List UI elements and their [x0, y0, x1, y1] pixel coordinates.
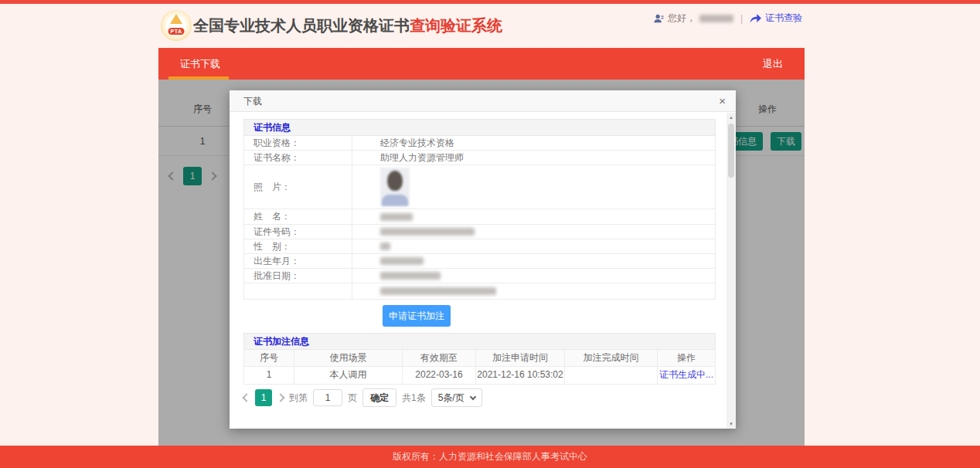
content-area: 序号 操作 1 证书信息 下载 1 下载 × — [158, 80, 805, 446]
redacted-value — [380, 213, 413, 221]
chevron-down-icon — [469, 393, 475, 399]
field-label: 出生年月： — [244, 254, 352, 268]
field-label: 姓 名： — [244, 209, 352, 224]
next-page-icon[interactable] — [276, 393, 284, 402]
annotation-header-row: 序号 使用场景 有效期至 加注申请时间 加注完成时间 操作 — [244, 350, 715, 367]
copyright-text: 版权所有：人力资源和社会保障部人事考试中心 — [393, 451, 587, 462]
annotation-pagination: 1 到第 页 确定 共1条 5条/页 — [243, 388, 716, 407]
user-bar: 您好， | 证书查验 — [653, 12, 802, 25]
brand: PTA 全国专业技术人员职业资格证书查询验证系统 — [161, 10, 502, 41]
annotation-table: 序号 使用场景 有效期至 加注申请时间 加注完成时间 操作 1 本人调用 202… — [243, 350, 716, 385]
cert-info-section-title: 证书信息 — [243, 119, 716, 136]
page-size-value: 5条/页 — [438, 392, 464, 405]
modal-body: 证书信息 职业资格： 经济专业技术资格 证书名称： 助理人力资源管理师 照 片： — [230, 113, 726, 429]
field-value — [352, 254, 715, 268]
field-value — [352, 239, 715, 253]
nav-bar: 证书下载 退出 — [158, 48, 805, 80]
annotation-data-row: 1 本人调用 2022-03-16 2021-12-16 10:53:02 证书… — [244, 367, 715, 384]
field-value: 助理人力资源管理师 — [352, 151, 715, 164]
col-apply-time: 加注申请时间 — [476, 350, 565, 366]
apply-annotation-button[interactable]: 申请证书加注 — [383, 305, 451, 327]
modal-header: 下载 × — [230, 90, 736, 112]
field-row-birth-date: 出生年月： — [244, 254, 715, 269]
scroll-up-icon[interactable]: ▲ — [726, 115, 736, 120]
redacted-value — [380, 287, 496, 295]
page-number-button[interactable]: 1 — [255, 389, 272, 406]
site-header: PTA 全国专业技术人员职业资格证书查询验证系统 您好， | 证书查验 — [158, 4, 805, 48]
logout-button[interactable]: 退出 — [763, 48, 783, 80]
logo-text: PTA — [168, 28, 185, 35]
page-input[interactable] — [313, 389, 342, 406]
cell-complete-time — [565, 367, 658, 384]
prev-page-icon[interactable] — [242, 393, 250, 402]
col-action: 操作 — [658, 350, 715, 366]
total-count-label: 共1条 — [402, 392, 426, 405]
field-label: 批准日期： — [244, 269, 352, 283]
apply-button-area: 申请证书加注 — [243, 300, 716, 333]
col-scene: 使用场景 — [294, 350, 403, 366]
cert-check-link[interactable]: 证书查验 — [765, 12, 802, 25]
field-row-photo: 照 片： — [244, 165, 715, 209]
certificate-photo — [380, 168, 410, 206]
logo-petal-icon — [170, 14, 182, 24]
download-modal: 下载 × 证书信息 职业资格： 经济专业技术资格 证书名称： 助理人力资源管理师 — [230, 90, 736, 429]
tab-cert-download[interactable]: 证书下载 — [180, 48, 220, 80]
cert-generating-link[interactable]: 证书生成中... — [658, 367, 715, 384]
field-row-gender: 性 别： — [244, 239, 715, 254]
field-label: 性 别： — [244, 239, 352, 253]
field-value — [352, 209, 715, 224]
cell-apply-time: 2021-12-16 10:53:02 — [476, 367, 565, 384]
field-label: 证件号码： — [244, 225, 352, 239]
field-row-approval-date: 批准日期： — [244, 269, 715, 283]
pta-logo-icon: PTA — [161, 10, 192, 41]
site-title-main: 全国专业技术人员职业资格证书 — [193, 17, 410, 34]
field-row-name: 姓 名： — [244, 209, 715, 225]
field-value — [352, 269, 715, 283]
modal-scrollbar[interactable]: ▲ ▼ — [726, 113, 736, 429]
site-title: 全国专业技术人员职业资格证书查询验证系统 — [193, 15, 502, 36]
field-value: 经济专业技术资格 — [352, 136, 715, 150]
masked-username — [699, 15, 733, 22]
redacted-value — [380, 242, 390, 250]
field-label: 照 片： — [244, 165, 352, 209]
scroll-down-icon[interactable]: ▼ — [726, 422, 736, 426]
goto-label: 到第 — [289, 392, 308, 405]
redacted-value — [380, 257, 424, 265]
field-row-id-number: 证件号码： — [244, 225, 715, 239]
separator: | — [740, 13, 743, 24]
page: PTA 全国专业技术人员职业资格证书查询验证系统 您好， | 证书查验 证书下载… — [0, 0, 980, 468]
col-complete-time: 加注完成时间 — [565, 350, 658, 366]
cell-valid-until: 2022-03-16 — [403, 367, 476, 384]
site-title-accent: 查询验证系统 — [410, 17, 502, 34]
field-value — [352, 283, 715, 299]
cert-info-table: 职业资格： 经济专业技术资格 证书名称： 助理人力资源管理师 照 片： — [243, 136, 716, 300]
field-value — [352, 165, 715, 209]
photo-shoulders-shape — [382, 195, 408, 206]
page-unit-label: 页 — [348, 392, 357, 405]
modal-title: 下载 — [230, 90, 736, 112]
annotation-section-title: 证书加注信息 — [243, 333, 716, 350]
scrollbar-thumb[interactable] — [728, 124, 734, 178]
field-label — [244, 283, 352, 299]
page-size-select[interactable]: 5条/页 — [431, 388, 482, 407]
redacted-value — [380, 272, 441, 280]
redacted-value — [380, 228, 475, 236]
footer: 版权所有：人力资源和社会保障部人事考试中心 — [0, 446, 980, 468]
greeting-text: 您好， — [668, 12, 696, 25]
field-row-extra — [244, 283, 715, 299]
confirm-button[interactable]: 确定 — [362, 388, 396, 407]
share-arrow-icon — [750, 13, 761, 23]
field-value — [352, 225, 715, 239]
col-serial: 序号 — [244, 350, 294, 366]
col-valid-until: 有效期至 — [403, 350, 476, 366]
field-label: 职业资格： — [244, 136, 352, 150]
cell-scene: 本人调用 — [294, 367, 403, 384]
user-icon — [653, 13, 664, 24]
field-label: 证书名称： — [244, 151, 352, 164]
close-icon[interactable]: × — [719, 90, 726, 111]
photo-head-shape — [387, 171, 403, 191]
field-row-cert-name: 证书名称： 助理人力资源管理师 — [244, 151, 715, 165]
field-row-qualification: 职业资格： 经济专业技术资格 — [244, 136, 715, 151]
cell-serial: 1 — [244, 367, 294, 384]
